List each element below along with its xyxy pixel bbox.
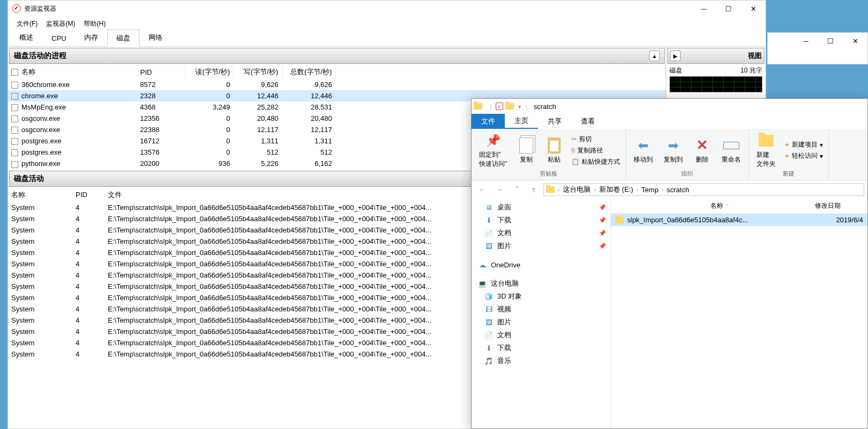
checkbox[interactable] [11, 161, 18, 168]
copyto-button[interactable]: ➡复制到 [660, 136, 686, 165]
checkbox[interactable] [11, 149, 18, 156]
tab-disk[interactable]: 磁盘 [107, 30, 139, 47]
nav-up-button[interactable]: ↑ [526, 183, 541, 196]
copy-button[interactable]: 复制 [514, 136, 538, 165]
bg-close-button[interactable]: ✕ [843, 33, 867, 49]
ribbon-tab-file[interactable]: 文件 [472, 114, 505, 129]
tab-cpu[interactable]: CPU [42, 31, 75, 46]
folder-icon [615, 217, 624, 223]
bg-minimize-button[interactable]: ─ [793, 33, 818, 49]
nav-documents[interactable]: 📄文档📌 [472, 227, 610, 239]
minimize-button[interactable]: ─ [692, 1, 716, 17]
nav-videos[interactable]: 🎞视频 [472, 303, 610, 316]
easyaccess-button[interactable]: ✦轻松访问 ▾ [783, 151, 824, 161]
newfolder-icon [759, 135, 774, 147]
expand-icon[interactable]: ▶ [670, 50, 681, 61]
explorer-titlebar[interactable]: | ✓ ▾ | scratch [472, 99, 867, 114]
col-total[interactable]: 总数(字节/秒) [282, 65, 335, 79]
checkbox[interactable] [11, 93, 18, 100]
shortcut-icon: 📋 [571, 158, 579, 165]
nav-downloads2[interactable]: ⬇下载 [472, 341, 610, 354]
col-write[interactable]: 写(字节/秒) [233, 65, 282, 79]
address-bar[interactable]: › 这台电脑› 新加卷 (E:)› Temp› scratch [543, 183, 864, 196]
file-date: 2019/6/4 [836, 216, 863, 224]
checkbox[interactable] [11, 104, 18, 111]
table-row[interactable]: 360chrome.exe857209,6269,626 [8, 79, 666, 90]
file-row[interactable]: slpk_Import_0a66d6e5105b4aa8af4c... 2019… [611, 214, 867, 226]
menu-help[interactable]: 帮助(H) [84, 19, 106, 28]
qat-check-icon[interactable]: ✓ [496, 103, 503, 110]
copypath-button[interactable]: ⎘复制路径 [570, 146, 621, 156]
nav-pane: 🖥桌面📌 ⬇下载📌 📄文档📌 🖼图片📌 ☁OneDrive 💻这台电脑 🧊3D … [472, 199, 611, 428]
paste-button[interactable]: 粘贴 [542, 136, 566, 165]
resmon-app-icon [12, 4, 21, 13]
nav-forward-button[interactable]: → [492, 183, 507, 196]
tab-overview[interactable]: 概述 [10, 29, 42, 46]
crumb-drive[interactable]: 新加卷 (E:) [597, 184, 636, 195]
breadcrumb-bar: ← → ˅ ↑ › 这台电脑› 新加卷 (E:)› Temp› scratch [472, 180, 867, 199]
crumb-temp[interactable]: Temp [639, 185, 661, 195]
download-icon: ⬇ [484, 216, 493, 224]
pc-icon: 💻 [478, 279, 487, 288]
crumb-thispc[interactable]: 这台电脑 [561, 184, 593, 195]
pin-icon: 📌 [599, 217, 606, 224]
section-disk-processes[interactable]: 磁盘活动的进程 ▲ [9, 48, 665, 64]
ribbon-tab-share[interactable]: 共享 [538, 114, 571, 129]
view-label[interactable]: 视图 [748, 51, 762, 61]
col-read[interactable]: 读(字节/秒) [185, 65, 233, 79]
col-name[interactable]: 名称 [21, 68, 35, 76]
checkbox[interactable] [11, 82, 18, 89]
menu-monitor[interactable]: 监视器(M) [46, 19, 75, 28]
ribbon-tab-view[interactable]: 查看 [571, 114, 605, 129]
nav-back-button[interactable]: ← [475, 183, 490, 196]
col-date[interactable]: 修改日期 [815, 201, 863, 210]
pictures-icon: 🖼 [484, 242, 493, 250]
resmon-titlebar[interactable]: 资源监视器 ─ ☐ ✕ [8, 1, 766, 17]
moveto-button[interactable]: ⬅移动到 [630, 136, 656, 165]
rename-button[interactable]: 重命名 [718, 136, 744, 165]
cut-button[interactable]: ✂剪切 [570, 134, 621, 144]
nav-downloads[interactable]: ⬇下载📌 [472, 214, 610, 227]
delete-button[interactable]: ✕删除 [690, 136, 714, 165]
resmon-title: 资源监视器 [24, 4, 56, 13]
qat-dropdown-icon[interactable]: ▾ [518, 104, 521, 110]
nav-onedrive[interactable]: ☁OneDrive [472, 259, 610, 271]
newfolder-button[interactable]: 新建文件夹 [753, 131, 779, 170]
copypath-icon: ⎘ [571, 147, 575, 154]
nav-documents2[interactable]: 📄文档 [472, 329, 610, 341]
tab-memory[interactable]: 内存 [75, 29, 107, 46]
col-name[interactable]: 名称 ⌃ [625, 201, 815, 210]
pin-icon: 📌 [599, 204, 606, 211]
nav-history-button[interactable]: ˅ [509, 183, 524, 196]
bg-maximize-button[interactable]: ☐ [818, 33, 843, 49]
pin-icon: 📌 [599, 243, 606, 250]
file-pane: 名称 ⌃ 修改日期 slpk_Import_0a66d6e5105b4aa8af… [611, 199, 867, 428]
nav-desktop[interactable]: 🖥桌面📌 [472, 201, 610, 214]
nav-pictures[interactable]: 🖼图片📌 [472, 239, 610, 252]
checkbox-all[interactable] [11, 69, 18, 76]
side-header[interactable]: ▶ 视图 [667, 48, 764, 64]
pasteshortcut-button[interactable]: 📋粘贴快捷方式 [570, 157, 621, 167]
nav-thispc[interactable]: 💻这台电脑 [472, 277, 610, 290]
qat-folder-icon[interactable] [505, 103, 514, 110]
pin-button[interactable]: 📌 固定到"快速访问" [476, 131, 510, 170]
checkbox[interactable] [11, 127, 18, 134]
col-pid[interactable]: PID [72, 188, 105, 202]
nav-3dobjects[interactable]: 🧊3D 对象 [472, 290, 610, 303]
menu-file[interactable]: 文件(F) [17, 19, 38, 28]
crumb-scratch[interactable]: scratch [665, 185, 692, 195]
ribbon-group-clipboard: 剪贴板 [476, 170, 621, 178]
ribbon-tab-home[interactable]: 主页 [505, 114, 538, 129]
checkbox[interactable] [11, 115, 18, 122]
tab-network[interactable]: 网络 [139, 29, 172, 46]
close-button[interactable]: ✕ [741, 1, 766, 17]
nav-music[interactable]: 🎵音乐 [472, 354, 610, 367]
paste-icon [548, 137, 561, 154]
nav-pictures2[interactable]: 🖼图片 [472, 316, 610, 329]
maximize-button[interactable]: ☐ [716, 1, 741, 17]
collapse-icon[interactable]: ▲ [649, 50, 660, 61]
newitem-button[interactable]: ✦新建项目 ▾ [783, 140, 824, 150]
checkbox[interactable] [11, 138, 18, 145]
col-name[interactable]: 名称 [8, 188, 72, 202]
col-pid[interactable]: PID [137, 65, 185, 79]
